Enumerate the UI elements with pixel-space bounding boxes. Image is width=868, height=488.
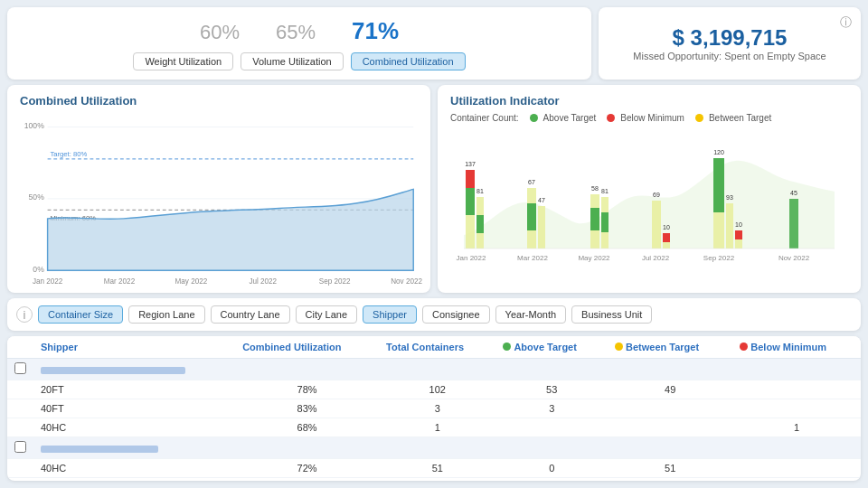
svg-text:Nov 2022: Nov 2022 <box>778 254 810 262</box>
table-row <box>7 437 861 459</box>
weight-utilization-button[interactable]: Weight Utilization <box>133 52 233 70</box>
row-total: 102 <box>379 380 495 399</box>
legend-below-label: Below Minimum <box>620 113 684 123</box>
group-between <box>608 437 732 459</box>
volume-utilization-button[interactable]: Volume Utilization <box>241 52 343 70</box>
row-shipper: 20FT <box>33 380 235 399</box>
row-below <box>732 399 861 418</box>
row-below <box>732 380 861 399</box>
filter-country-lane[interactable]: Country Lane <box>211 305 290 324</box>
group1-checkbox[interactable] <box>14 362 26 374</box>
col-checkbox <box>7 336 33 359</box>
filter-year-month[interactable]: Year-Month <box>495 305 566 324</box>
row-checkbox <box>7 399 33 418</box>
table-row: 20FT 72% 33 2 28 2 <box>7 478 861 482</box>
volume-pct: 65% <box>276 21 316 44</box>
filter-consignee[interactable]: Consignee <box>422 305 490 324</box>
table-card: Shipper Combined Utilization Total Conta… <box>7 336 861 481</box>
svg-rect-34 <box>652 201 661 249</box>
group-combined <box>235 359 379 380</box>
table-row: 40FT 83% 3 3 <box>7 399 861 418</box>
filter-container-size[interactable]: Container Size <box>38 305 123 324</box>
legend-above-label: Above Target <box>543 113 597 123</box>
top-row: 60% 65% 71% Weight Utilization Volume Ut… <box>7 7 861 80</box>
utilization-indicator-chart-card: Utilization Indicator Container Count: A… <box>438 85 861 293</box>
svg-text:Jan 2022: Jan 2022 <box>457 254 486 262</box>
row-combined: 72% <box>235 459 379 478</box>
group-below <box>732 359 861 380</box>
row-between: 49 <box>608 380 732 399</box>
row-combined: 68% <box>235 418 379 437</box>
group-above <box>495 437 608 459</box>
table-row <box>7 359 861 380</box>
svg-rect-48 <box>789 199 798 249</box>
group-shipper-name <box>33 437 235 459</box>
svg-rect-37 <box>663 233 670 242</box>
filter-region-lane[interactable]: Region Lane <box>128 305 204 324</box>
missed-label: Missed Opportunity: Spent on Empty Space <box>633 51 826 61</box>
weight-pct: 60% <box>200 21 240 44</box>
filter-city-lane[interactable]: City Lane <box>296 305 357 324</box>
group-total <box>379 437 495 459</box>
row-checkbox[interactable] <box>7 359 33 380</box>
col-total[interactable]: Total Containers <box>379 336 495 359</box>
table-wrapper[interactable]: Shipper Combined Utilization Total Conta… <box>7 336 861 481</box>
legend-between: Between Target <box>695 113 771 123</box>
svg-text:81: 81 <box>601 188 609 194</box>
svg-rect-40 <box>713 176 724 212</box>
below-minimum-dot <box>607 114 615 122</box>
col-between[interactable]: Between Target <box>608 336 732 359</box>
row-above: 3 <box>495 399 608 418</box>
svg-rect-21 <box>476 215 484 233</box>
row-above <box>495 418 608 437</box>
svg-text:Sep 2022: Sep 2022 <box>703 254 735 262</box>
row-checkbox <box>7 380 33 399</box>
svg-text:10: 10 <box>735 221 742 228</box>
row-checkbox[interactable] <box>7 437 33 459</box>
table-body: 20FT 78% 102 53 49 40FT 83% 3 3 <box>7 359 861 482</box>
table-row: 40HC 68% 1 1 <box>7 418 861 437</box>
col-combined[interactable]: Combined Utilization <box>235 336 379 359</box>
group-shipper-name <box>33 359 235 380</box>
middle-row: Combined Utilization 100% 50% 0% Target:… <box>7 85 861 293</box>
filter-shipper[interactable]: Shipper <box>363 305 417 324</box>
row-shipper: 40FT <box>33 399 235 418</box>
row-shipper: 40HC <box>33 459 235 478</box>
filter-business-unit[interactable]: Business Unit <box>571 305 652 324</box>
col-below[interactable]: Below Minimum <box>732 336 861 359</box>
row-total: 1 <box>379 418 495 437</box>
svg-text:93: 93 <box>726 194 733 201</box>
svg-text:69: 69 <box>653 192 660 198</box>
group2-checkbox[interactable] <box>14 441 26 453</box>
legend-above: Above Target <box>530 113 597 123</box>
row-between <box>608 399 732 418</box>
above-dot <box>503 343 511 351</box>
group-between <box>608 359 732 380</box>
svg-text:67: 67 <box>528 179 535 185</box>
row-total: 33 <box>379 478 495 482</box>
svg-text:45: 45 <box>790 190 797 196</box>
filter-info-icon[interactable]: i <box>16 306 33 323</box>
row-above: 53 <box>495 380 608 399</box>
col-above[interactable]: Above Target <box>495 336 608 359</box>
row-checkbox <box>7 478 33 482</box>
info-icon[interactable]: ⓘ <box>840 14 852 31</box>
group-total <box>379 359 495 380</box>
svg-text:Jul 2022: Jul 2022 <box>249 277 277 286</box>
util-buttons: Weight Utilization Volume Utilization Co… <box>133 52 465 70</box>
combined-utilization-chart-card: Combined Utilization 100% 50% 0% Target:… <box>7 85 430 293</box>
legend-title: Container Count: <box>450 113 519 123</box>
svg-rect-29 <box>590 208 599 230</box>
row-between: 28 <box>608 478 732 482</box>
utilization-tabs-card: 60% 65% 71% Weight Utilization Volume Ut… <box>7 7 591 80</box>
col-shipper[interactable]: Shipper <box>33 336 235 359</box>
group-combined <box>235 437 379 459</box>
shipper-bar <box>41 367 185 374</box>
svg-text:Sep 2022: Sep 2022 <box>319 277 351 286</box>
svg-text:137: 137 <box>465 161 476 167</box>
combined-utilization-button[interactable]: Combined Utilization <box>351 52 466 70</box>
svg-text:120: 120 <box>713 149 724 155</box>
between-dot <box>615 343 623 351</box>
svg-text:Mar 2022: Mar 2022 <box>104 277 136 286</box>
svg-rect-26 <box>538 206 545 249</box>
